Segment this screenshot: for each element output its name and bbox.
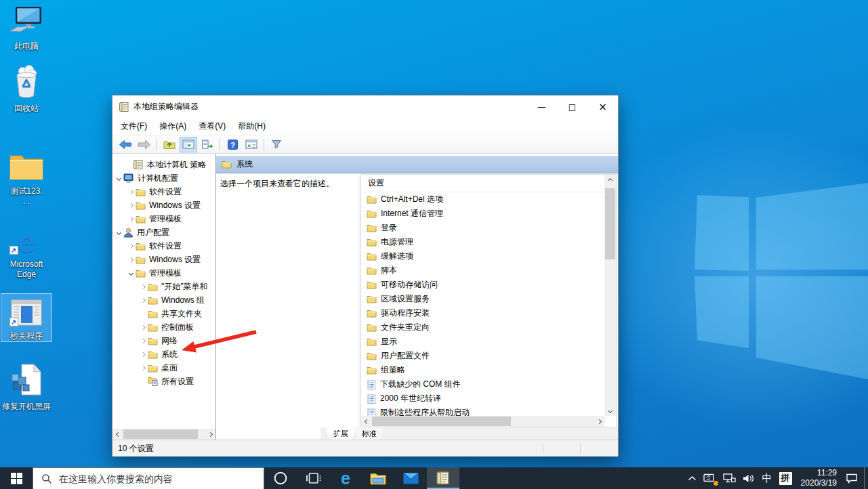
tree-item[interactable]: Windows 组 <box>112 293 215 307</box>
search-input[interactable] <box>59 469 264 488</box>
settings-list-item[interactable]: 用户配置文件 <box>361 349 604 363</box>
scrollbar-thumb[interactable] <box>372 417 511 426</box>
settings-list-item[interactable]: 驱动程序安装 <box>361 306 604 320</box>
toolbar-help-button[interactable]: ? <box>224 137 241 152</box>
settings-list-item[interactable]: Ctrl+Alt+Del 选项 <box>361 192 604 207</box>
expand-chevron-icon[interactable] <box>138 299 148 302</box>
expand-chevron-icon[interactable] <box>138 285 148 289</box>
scroll-right-button[interactable] <box>594 416 604 427</box>
settings-list-item[interactable]: 限制这些程序从帮助启动 <box>361 406 604 416</box>
tree-item[interactable]: 用户配置 <box>112 226 215 239</box>
settings-list-item[interactable]: 可移动存储访问 <box>361 278 604 292</box>
settings-list-item[interactable]: 缓解选项 <box>361 249 604 263</box>
settings-list-item[interactable]: 文件夹重定向 <box>361 320 604 335</box>
expand-chevron-icon[interactable] <box>138 339 148 343</box>
tree-item[interactable]: 共享文件夹 <box>112 307 215 320</box>
expand-chevron-icon[interactable] <box>138 353 148 356</box>
tree-item[interactable]: 软件设置 <box>112 239 215 253</box>
tree-item[interactable]: 桌面 <box>112 361 215 375</box>
list-vertical-scrollbar[interactable] <box>604 175 616 416</box>
menu-help[interactable]: 帮助(H) <box>232 118 272 135</box>
tree-item[interactable]: 所有设置 <box>112 375 215 388</box>
scroll-right-button[interactable] <box>205 429 215 440</box>
desktop-icon-miao-guan-cheng-xu[interactable]: 秒关程序 <box>1 294 51 341</box>
expand-chevron-icon[interactable] <box>138 326 148 329</box>
desktop-icon-fix-boot-black-screen[interactable]: 修复开机黑屏 <box>1 364 51 412</box>
clock[interactable]: 11:29 2020/3/19 <box>795 467 842 489</box>
collapse-chevron-icon[interactable] <box>126 272 136 275</box>
tree-item[interactable]: 管理模板 <box>112 212 215 226</box>
tree-item[interactable]: 控制面板 <box>112 320 215 334</box>
scroll-up-button[interactable] <box>604 175 615 186</box>
tree-item[interactable]: 系统 <box>112 347 215 361</box>
expand-chevron-icon[interactable] <box>126 258 136 261</box>
ime-mode-indicator[interactable]: 拼 <box>776 467 795 489</box>
tree-item[interactable]: 计算机配置 <box>112 171 215 185</box>
taskbar-gpedit-button[interactable] <box>427 467 459 489</box>
settings-list-item[interactable]: 登录 <box>361 221 604 235</box>
taskbar-task-view-button[interactable] <box>297 467 329 489</box>
tree-horizontal-scrollbar[interactable] <box>112 429 215 440</box>
toolbar-back-button[interactable] <box>117 137 134 152</box>
title-bar[interactable]: 本地组策略编辑器 —□× <box>112 95 618 118</box>
scroll-down-button[interactable] <box>604 405 615 416</box>
taskbar-edge-button[interactable]: e <box>329 467 362 489</box>
collapse-chevron-icon[interactable] <box>114 231 123 234</box>
expand-chevron-icon[interactable] <box>126 190 136 194</box>
tree-item[interactable]: 软件设置 <box>112 185 215 198</box>
scroll-left-button[interactable] <box>112 429 123 440</box>
toolbar-properties-button[interactable] <box>243 137 260 152</box>
settings-list-item[interactable]: 组策略 <box>361 363 604 377</box>
expand-chevron-icon[interactable] <box>126 204 136 207</box>
start-button[interactable] <box>0 467 33 489</box>
settings-list-item[interactable]: Internet 通信管理 <box>361 207 604 221</box>
toolbar-up-one-level-button[interactable] <box>161 137 178 152</box>
menu-view[interactable]: 查看(V) <box>192 118 232 135</box>
console-tree-panel[interactable]: 本地计算机 策略计算机配置软件设置Windows 设置管理模板用户配置软件设置W… <box>112 154 216 440</box>
tray-expand-button[interactable] <box>684 467 700 489</box>
gpedit-window[interactable]: 本地组策略编辑器 —□× 文件(F)操作(A)查看(V)帮助(H) ? 本地计算… <box>112 95 619 456</box>
tab-standard[interactable]: 标准 <box>354 427 385 440</box>
desktop-icon-this-pc[interactable]: 此电脑 <box>1 4 51 51</box>
settings-list-item[interactable]: 显示 <box>361 335 604 349</box>
minimize-button[interactable]: — <box>526 95 557 118</box>
show-desktop-button[interactable] <box>864 467 868 489</box>
tree-item[interactable]: 网络 <box>112 334 215 347</box>
desktop-icon-microsoft-edge[interactable]: eMicrosoft Edge <box>1 222 51 280</box>
close-button[interactable]: × <box>587 95 618 118</box>
tree-item[interactable]: Windows 设置 <box>112 253 215 266</box>
taskbar-mail-button[interactable] <box>394 467 427 489</box>
scrollbar-thumb[interactable] <box>605 188 615 259</box>
toolbar-show-console-tree-button[interactable] <box>180 137 197 152</box>
action-center-button[interactable] <box>842 467 861 489</box>
settings-list-item[interactable]: 下载缺少的 COM 组件 <box>361 377 604 391</box>
settings-list-item[interactable]: 脚本 <box>361 263 604 278</box>
tab-extended[interactable]: 扩展 <box>325 427 356 440</box>
maximize-button[interactable]: □ <box>557 95 587 118</box>
taskbar-cortana-button[interactable] <box>264 467 297 489</box>
menu-file[interactable]: 文件(F) <box>115 118 153 135</box>
desktop-icon-recycle-bin[interactable]: 回收站 <box>1 66 51 114</box>
toolbar-export-list-button[interactable] <box>199 137 216 152</box>
list-horizontal-scrollbar[interactable] <box>361 416 604 427</box>
expand-chevron-icon[interactable] <box>126 217 136 221</box>
volume[interactable] <box>739 467 759 489</box>
settings-list-item[interactable]: 区域设置服务 <box>361 292 604 306</box>
settings-list-item[interactable]: 2000 年世纪转译 <box>361 391 604 406</box>
settings-column-header[interactable]: 设置 <box>361 175 616 192</box>
settings-list-item[interactable]: 电源管理 <box>361 235 604 249</box>
taskbar-search[interactable] <box>33 467 264 489</box>
ime-language-indicator[interactable]: 中 <box>759 467 776 489</box>
toolbar-forward-button[interactable] <box>136 137 153 152</box>
toolbar-filter-button[interactable] <box>268 137 285 152</box>
tree-item[interactable]: 管理模板 <box>112 266 215 280</box>
tree-item[interactable]: "开始"菜单和 <box>112 280 215 293</box>
tree-item[interactable]: 本地计算机 策略 <box>112 158 215 171</box>
tray-pc-notification[interactable] <box>700 467 720 489</box>
taskbar-file-explorer-button[interactable] <box>362 467 394 489</box>
collapse-chevron-icon[interactable] <box>114 177 123 180</box>
network-status[interactable] <box>720 467 739 489</box>
tree-item[interactable]: Windows 设置 <box>112 198 215 212</box>
expand-chevron-icon[interactable] <box>126 244 136 248</box>
menu-action[interactable]: 操作(A) <box>153 118 192 135</box>
